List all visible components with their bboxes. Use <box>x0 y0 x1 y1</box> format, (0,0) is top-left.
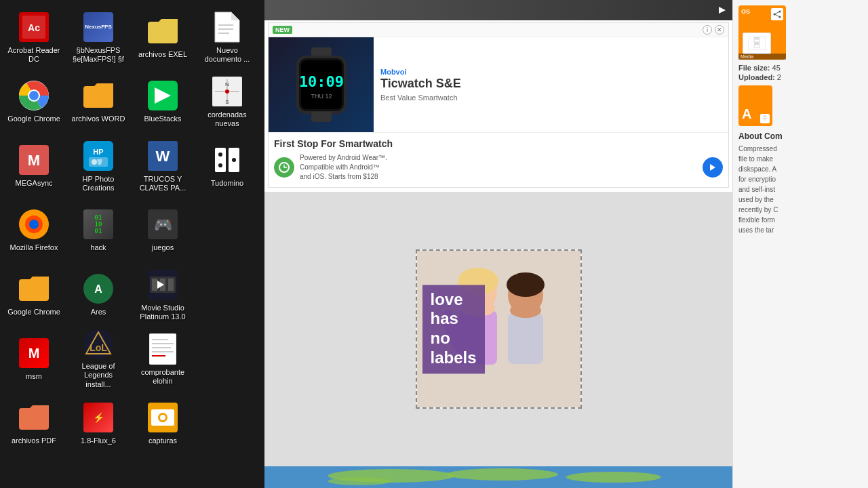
ad-info-button[interactable]: i <box>703 25 712 35</box>
word-folder-icon <box>82 79 115 112</box>
acrobat-icon: Ac <box>18 11 50 43</box>
watch-svg: 10:09 THU 12 <box>291 47 352 122</box>
league-icon: LoL <box>82 329 115 359</box>
mobvoi-ad: NEW i ✕ <box>268 22 729 188</box>
media-label: Media <box>738 54 786 60</box>
flux-label: 1.8-Flux_6 <box>81 436 116 445</box>
svg-text:N: N <box>225 81 229 87</box>
android-wear-icon <box>274 157 294 178</box>
comprobante-label: comprobante elohin <box>136 368 190 386</box>
file-size-label: File size: <box>738 64 770 72</box>
arrow-right-icon <box>717 5 727 15</box>
icon-flux[interactable]: ⚡ 1.8-Flux_6 <box>68 393 129 454</box>
memes-label: Google Chrome <box>7 308 60 317</box>
ad-text: Mobvoi Ticwatch S&E Best Value Smartwatc… <box>374 37 728 132</box>
zip-inner-2 <box>760 114 770 123</box>
capturas-icon <box>146 401 179 434</box>
zip-file-icon-1[interactable]: OS Media <box>738 5 786 60</box>
file-letter-a: A <box>742 106 751 122</box>
svg-text:Ac: Ac <box>28 22 40 33</box>
file-size-value: 45 <box>772 64 781 72</box>
ad-header: NEW i ✕ <box>269 23 728 37</box>
svg-point-80 <box>447 468 558 481</box>
bluestacks-icon <box>146 79 179 112</box>
icon-capturas[interactable]: capturas <box>132 393 193 454</box>
svg-rect-76 <box>508 313 543 364</box>
svg-rect-94 <box>764 117 766 118</box>
svg-rect-36 <box>152 347 171 348</box>
megasync-icon: M <box>18 144 50 176</box>
juegos-icon: 🎮 <box>146 208 179 241</box>
icon-nexusfps[interactable]: NexusFPS §bNexusFPS §e[MaxFPS!] §f <box>68 7 129 68</box>
nuevo-doc-icon <box>211 11 243 43</box>
icon-hp-photo[interactable]: HP HP Photo Creations <box>68 136 129 197</box>
ad-controls: i ✕ <box>703 25 724 35</box>
icon-megasync[interactable]: M MEGAsync <box>3 136 64 197</box>
svg-text:10:09: 10:09 <box>298 73 343 90</box>
icon-archivos-word[interactable]: archivos WORD <box>68 71 129 132</box>
comprobante-icon <box>146 333 179 365</box>
ad-close-button[interactable]: ✕ <box>715 25 724 35</box>
svg-rect-96 <box>764 119 766 121</box>
icon-trucos[interactable]: W TRUCOS Y CLAVES PA... <box>132 136 193 197</box>
ad-product-name: Ticwatch S&E <box>380 77 722 91</box>
svg-point-42 <box>160 415 165 420</box>
file-1-row: OS Media <box>738 5 863 60</box>
svg-text:LoL: LoL <box>90 342 107 353</box>
svg-line-92 <box>774 14 780 17</box>
svg-text:W: W <box>156 148 170 165</box>
icon-hack[interactable]: 011001 hack <box>68 200 129 261</box>
icon-tudomino[interactable]: Tudomino <box>197 136 258 197</box>
ares-icon: A <box>82 272 115 305</box>
svg-marker-58 <box>719 7 726 14</box>
icon-league[interactable]: LoL League of Legends install... <box>68 329 129 390</box>
trucos-icon: W <box>146 140 179 172</box>
movie-studio-label: Movie Studio Platinum 13.0 <box>136 304 190 321</box>
icon-firefox[interactable]: Mozilla Firefox <box>3 200 64 261</box>
svg-rect-38 <box>152 355 165 357</box>
icon-cordenadas[interactable]: N S cordenadas nuevas <box>197 71 258 132</box>
hp-photo-label: HP Photo Creations <box>71 175 125 192</box>
icon-acrobat[interactable]: Ac Acrobat Reader DC <box>3 7 64 68</box>
icon-juegos[interactable]: 🎮 juegos <box>132 200 193 261</box>
svg-rect-44 <box>218 28 233 30</box>
svg-rect-86 <box>754 42 760 45</box>
browser-area: NEW i ✕ <box>264 0 868 488</box>
svg-text:S: S <box>225 99 229 105</box>
ares-label: Ares <box>91 308 106 317</box>
svg-text:A: A <box>94 283 102 295</box>
icon-chrome[interactable]: Google Chrome <box>3 71 64 132</box>
icon-ares[interactable]: A Ares <box>68 264 129 325</box>
svg-text:HP: HP <box>93 148 103 156</box>
icon-archivos-exel[interactable]: archivos EXEL <box>132 7 193 68</box>
icon-archivos-pdf[interactable]: archivos PDF <box>3 393 64 454</box>
photo-content-area: love has no labels <box>264 192 732 466</box>
about-section: About Com Compressedfile to makediskspac… <box>738 131 863 235</box>
hack-label: hack <box>90 243 106 252</box>
svg-line-91 <box>774 12 780 14</box>
chrome-label: Google Chrome <box>7 115 60 123</box>
share-button[interactable] <box>771 8 783 20</box>
icon-memes[interactable]: Google Chrome <box>3 264 64 325</box>
svg-rect-31 <box>168 279 174 291</box>
league-label: League of Legends install... <box>71 362 125 389</box>
svg-rect-43 <box>218 24 233 26</box>
movie-studio-icon <box>146 268 179 301</box>
desktop: Ac Acrobat Reader DC Google Chrome <box>0 0 868 488</box>
file-card-2: A <box>738 85 863 126</box>
svg-point-10 <box>29 220 39 229</box>
watch-banner-top <box>264 0 732 20</box>
icon-bluestacks[interactable]: BlueStacks <box>132 71 193 132</box>
icon-nuevo-doc[interactable]: Nuevo documento ... <box>197 7 258 68</box>
hp-photo-icon: HP <box>82 140 115 172</box>
svg-rect-53 <box>215 148 226 172</box>
nexusfps-label: §bNexusFPS §e[MaxFPS!] §f <box>71 46 125 64</box>
ad-go-button[interactable] <box>703 157 723 178</box>
uploaded-label: Uploaded: <box>738 73 775 81</box>
zip-file-icon-2[interactable]: A <box>738 85 772 126</box>
os-label: OS <box>741 8 750 15</box>
icon-msm[interactable]: M msm <box>3 329 64 390</box>
icon-comprobante[interactable]: comprobante elohin <box>132 329 193 390</box>
icon-movie-studio[interactable]: Movie Studio Platinum 13.0 <box>132 264 193 325</box>
file-size-row: File size: 45 <box>738 64 863 72</box>
